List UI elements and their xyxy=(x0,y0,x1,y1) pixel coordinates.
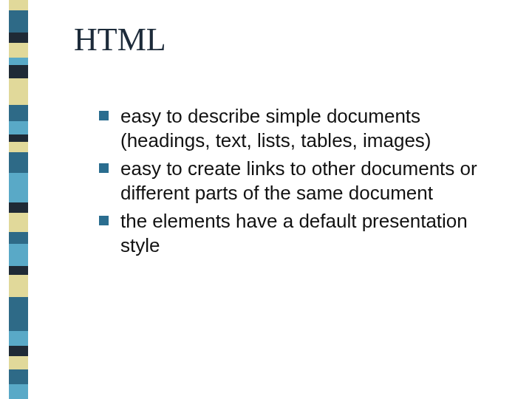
bullet-text: easy to create links to other documents … xyxy=(120,157,510,205)
square-bullet-icon xyxy=(99,111,109,120)
sidebar-segment xyxy=(9,244,28,266)
slide-content: HTML easy to describe simple documents (… xyxy=(74,21,517,262)
bullet-text: easy to describe simple documents (headi… xyxy=(120,104,510,152)
sidebar-segment xyxy=(9,58,28,65)
sidebar-segment xyxy=(9,266,28,275)
decorative-sidebar xyxy=(9,0,28,399)
bullet-list: easy to describe simple documents (headi… xyxy=(74,104,517,257)
sidebar-segment xyxy=(9,65,28,78)
list-item: easy to create links to other documents … xyxy=(99,157,510,205)
sidebar-segment xyxy=(9,78,28,105)
sidebar-segment xyxy=(9,121,28,134)
sidebar-segment xyxy=(9,213,28,232)
sidebar-segment xyxy=(9,369,28,384)
sidebar-segment xyxy=(9,0,28,10)
square-bullet-icon xyxy=(99,163,109,173)
sidebar-segment xyxy=(9,232,28,244)
sidebar-segment xyxy=(9,346,28,356)
sidebar-segment xyxy=(9,43,28,58)
sidebar-segment xyxy=(9,173,28,202)
sidebar-segment xyxy=(9,105,28,121)
sidebar-segment xyxy=(9,297,28,331)
sidebar-segment xyxy=(9,356,28,369)
sidebar-segment xyxy=(9,275,28,297)
sidebar-segment xyxy=(9,202,28,213)
list-item: easy to describe simple documents (headi… xyxy=(99,104,510,152)
slide-title: HTML xyxy=(74,21,517,58)
sidebar-segment xyxy=(9,152,28,173)
sidebar-segment xyxy=(9,331,28,346)
sidebar-segment xyxy=(9,10,28,33)
sidebar-segment xyxy=(9,384,28,399)
square-bullet-icon xyxy=(99,216,109,225)
sidebar-segment xyxy=(9,142,28,152)
slide: HTML easy to describe simple documents (… xyxy=(0,0,532,399)
sidebar-segment xyxy=(9,33,28,43)
bullet-text: the elements have a default presentation… xyxy=(120,209,510,257)
sidebar-segment xyxy=(9,134,28,142)
list-item: the elements have a default presentation… xyxy=(99,209,510,257)
